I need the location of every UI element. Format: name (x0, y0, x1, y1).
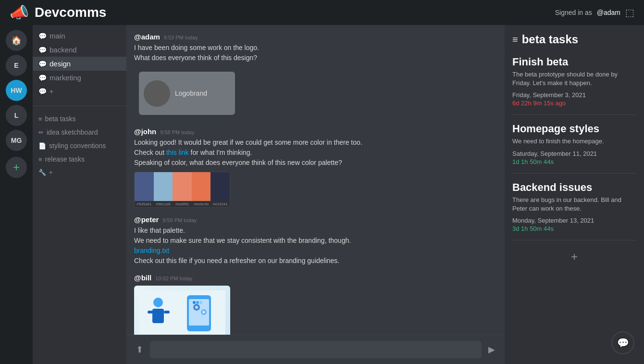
message-3-text: I like that palette. We need to make sur… (134, 226, 497, 266)
message-3: @peter 9:59 PM today I like that palette… (134, 215, 497, 266)
swatch-1 (135, 172, 154, 201)
message-2-header: @john 9:58 PM today (134, 127, 497, 136)
task-date-backend-issues: Monday, September 13, 2021 (512, 217, 636, 224)
task-card-backend-issues: Backend issues There are bugs in our bac… (512, 181, 636, 240)
john-link[interactable]: this link (166, 149, 189, 156)
task-card-finish-beta: Finish beta The beta prototype should be… (512, 56, 636, 115)
message-4-header: @bill 10:02 PM today (134, 274, 497, 282)
sidebar-divider (33, 106, 126, 106)
sign-out-icon[interactable]: ⬚ (625, 7, 634, 18)
tool-item-beta-tasks[interactable]: ≡ beta tasks (33, 112, 126, 126)
app-logo-icon: 📣 (10, 3, 29, 22)
peter-link[interactable]: branding.txt (134, 247, 169, 254)
workspace-item-MG[interactable]: MG (6, 130, 27, 151)
add-channel-icon: 💬 (38, 88, 47, 95)
message-1-author: @adam (134, 33, 160, 41)
task-ago-finish-beta: 6d 22h 9m 15s ago (512, 100, 636, 107)
tool-icon-release-tasks: ≡ (38, 156, 42, 163)
right-panel: ≡ beta tasks Finish beta The beta protot… (505, 25, 644, 364)
chat-input[interactable] (150, 341, 482, 358)
message-4: @bill 10:02 PM today (134, 274, 497, 335)
message-2-author: @john (134, 127, 156, 136)
send-button[interactable]: ▶ (486, 342, 497, 357)
message-1-text: I have been doing some work on the logo.… (134, 43, 497, 63)
task-desc-finish-beta: The beta prototype should be done by Fri… (512, 70, 636, 88)
channel-item-marketing[interactable]: 💬 marketing (33, 71, 126, 85)
channel-sidebar: 💬 main 💬 backend 💬 design 💬 marketing 💬 … (33, 25, 126, 364)
messages-container: @adam 9:53 PM today I have been doing so… (126, 25, 505, 335)
add-task-button[interactable]: + (566, 248, 583, 265)
workspace-sidebar: 🏠 E HW L MG + (0, 25, 33, 364)
svg-rect-9 (148, 311, 153, 314)
channel-icon-backend: 💬 (38, 46, 47, 54)
swatch-4 (192, 172, 211, 201)
task-ago-backend-issues: 3d 1h 50m 44s (512, 225, 636, 232)
floating-chat-button[interactable]: 💬 (611, 331, 634, 354)
tool-icon-styling-conventions: 📄 (38, 142, 46, 150)
svg-rect-10 (164, 311, 170, 314)
tool-label-release-tasks: release tasks (45, 155, 85, 163)
header-left: 📣 Devcomms (10, 3, 106, 22)
tool-item-styling-conventions[interactable]: 📄 styling conventions (33, 139, 126, 152)
tool-item-release-tasks[interactable]: ≡ release tasks (33, 152, 126, 166)
channel-item-main[interactable]: 💬 main (33, 29, 126, 43)
message-3-time: 9:59 PM today (162, 217, 197, 223)
message-1-header: @adam 9:53 PM today (134, 33, 497, 41)
message-2-text: Looking good! It would be great if we co… (134, 138, 497, 168)
tool-label-beta-tasks: beta tasks (45, 115, 76, 123)
color-labels: #5d5a81 #98c1d9 #ee6f5c #ee6c4d #e23241 (135, 201, 230, 207)
tool-add-label: + (49, 169, 53, 176)
tool-list: ≡ beta tasks ✏ idea sketchboard 📄 stylin… (33, 110, 126, 181)
add-task-area: + (512, 248, 636, 265)
svg-rect-8 (152, 309, 164, 323)
channel-item-backend[interactable]: 💬 backend (33, 43, 126, 57)
svg-point-11 (193, 301, 196, 304)
task-desc-homepage-styles: We need to finish the homepage. (512, 137, 636, 146)
message-2-palette: #5d5a81 #98c1d9 #ee6f5c #ee6c4d #e23241 (134, 172, 230, 208)
tool-item-idea-sketchboard[interactable]: ✏ idea sketchboard (33, 126, 126, 139)
tool-icon-beta-tasks: ≡ (38, 115, 42, 123)
tool-icon-idea-sketchboard: ✏ (38, 129, 44, 136)
workspace-item-home[interactable]: 🏠 (6, 30, 27, 51)
tool-label-idea-sketchboard: idea sketchboard (47, 128, 98, 136)
add-channel-button[interactable]: 💬 + (33, 85, 126, 98)
upload-button[interactable]: ⬆ (134, 342, 145, 357)
header-right: Signed in as @adam ⬚ (555, 7, 634, 18)
svg-point-7 (153, 298, 163, 307)
channel-label-main: main (50, 32, 65, 40)
task-date-finish-beta: Friday, September 3, 2021 (512, 91, 636, 99)
right-panel-title: beta tasks (522, 33, 578, 46)
message-4-time: 10:02 PM today (155, 276, 192, 281)
task-card-homepage-styles: Homepage styles We need to finish the ho… (512, 123, 636, 173)
right-panel-header: ≡ beta tasks (512, 33, 636, 46)
task-title-finish-beta: Finish beta (512, 56, 636, 68)
workspace-item-L[interactable]: L (6, 105, 27, 126)
chat-input-area: ⬆ ▶ (126, 335, 505, 364)
message-4-author: @bill (134, 274, 151, 282)
swatch-3 (173, 172, 192, 201)
task-date-homepage-styles: Saturday, September 11, 2021 (512, 150, 636, 157)
swatch-2 (154, 172, 173, 201)
task-ago-homepage-styles: 1d 1h 50m 44s (512, 158, 636, 165)
right-panel-icon: ≡ (512, 34, 518, 45)
channel-label-design: design (50, 60, 71, 68)
add-workspace-button[interactable]: + (6, 157, 27, 178)
add-channel-label: + (50, 88, 53, 95)
header: 📣 Devcomms Signed in as @adam ⬚ (0, 0, 644, 25)
channel-icon-marketing: 💬 (38, 74, 47, 82)
workspace-item-HW[interactable]: HW (6, 80, 27, 101)
channel-icon-design: 💬 (38, 60, 47, 68)
signed-in-label: Signed in as (555, 9, 592, 16)
svg-point-13 (199, 301, 202, 304)
workspace-item-E[interactable]: E (6, 55, 27, 76)
color-label-5: #e23241 (211, 202, 230, 206)
channel-label-backend: backend (50, 46, 77, 54)
task-title-homepage-styles: Homepage styles (512, 123, 636, 135)
message-3-header: @peter 9:59 PM today (134, 215, 497, 224)
add-tool-button[interactable]: 🔧 + (33, 166, 126, 179)
channel-item-design[interactable]: 💬 design (33, 57, 126, 71)
task-title-backend-issues: Backend issues (512, 181, 636, 194)
svg-point-6 (203, 311, 205, 314)
main-layout: 🏠 E HW L MG + 💬 main 💬 backend 💬 design … (0, 25, 644, 364)
color-label-4: #ee6c4d (192, 202, 211, 206)
